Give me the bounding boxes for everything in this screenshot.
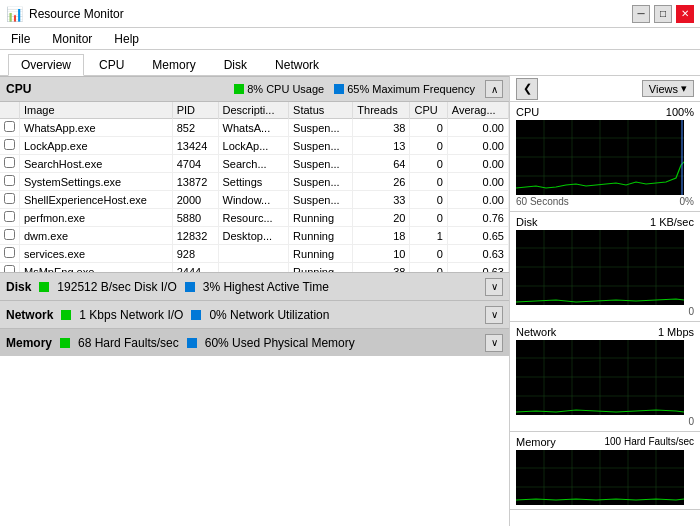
row-checkbox[interactable] [0, 209, 20, 227]
memory-graph-right-label: 100 Hard Faults/sec [605, 436, 695, 448]
tab-network[interactable]: Network [262, 54, 332, 75]
disk-graph-bottom-right: 0 [688, 306, 694, 317]
row-checkbox[interactable] [0, 119, 20, 137]
app-icon: 📊 [6, 6, 23, 22]
row-checkbox[interactable] [0, 155, 20, 173]
row-checkbox[interactable] [0, 191, 20, 209]
row-status: Suspen... [289, 191, 353, 209]
memory-stat2-icon [187, 338, 197, 348]
row-desc: Settings [218, 173, 289, 191]
app-title: Resource Monitor [29, 7, 124, 21]
window-controls: ─ □ ✕ [632, 5, 694, 23]
tab-memory[interactable]: Memory [139, 54, 208, 75]
network-graph-footer: 0 [516, 416, 694, 427]
col-status[interactable]: Status [289, 102, 353, 119]
cpu-table-container[interactable]: Image PID Descripti... Status Threads CP… [0, 102, 509, 272]
tab-cpu[interactable]: CPU [86, 54, 137, 75]
menu-monitor[interactable]: Monitor [49, 31, 95, 47]
row-desc [218, 245, 289, 263]
network-graph-svg [516, 340, 684, 415]
disk-graph-header: Disk 1 KB/sec [516, 216, 694, 228]
cpu-graph-section: CPU 100% [510, 102, 700, 212]
row-checkbox[interactable] [0, 263, 20, 273]
row-cpu: 1 [410, 227, 447, 245]
minimize-button[interactable]: ─ [632, 5, 650, 23]
tab-overview[interactable]: Overview [8, 54, 84, 76]
menu-help[interactable]: Help [111, 31, 142, 47]
disk-collapse-btn[interactable]: ∨ [485, 278, 503, 296]
table-row: WhatsApp.exe 852 WhatsA... Suspen... 38 … [0, 119, 509, 137]
row-checkbox[interactable] [0, 245, 20, 263]
col-avg[interactable]: Averag... [447, 102, 508, 119]
main-area: CPU 8% CPU Usage 65% Maximum Frequency ∧ [0, 76, 700, 526]
row-desc: Window... [218, 191, 289, 209]
row-status: Suspen... [289, 137, 353, 155]
row-threads: 38 [353, 119, 410, 137]
cpu-title: CPU [6, 82, 31, 96]
tabs-bar: Overview CPU Memory Disk Network [0, 50, 700, 76]
row-cpu: 0 [410, 155, 447, 173]
views-label: Views [649, 83, 678, 95]
views-chevron-icon: ▾ [681, 82, 687, 95]
disk-graph-canvas [516, 230, 684, 305]
network-section-header: Network 1 Kbps Network I/O 0% Network Ut… [0, 300, 509, 328]
col-threads[interactable]: Threads [353, 102, 410, 119]
network-graph-right-label: 1 Mbps [658, 326, 694, 338]
nav-prev-button[interactable]: ❮ [516, 78, 538, 100]
cpu-collapse-btn[interactable]: ∧ [485, 80, 503, 98]
memory-graph-section: Memory 100 Hard Faults/sec [510, 432, 700, 510]
row-threads: 18 [353, 227, 410, 245]
table-row: perfmon.exe 5880 Resourc... Running 20 0… [0, 209, 509, 227]
network-title: Network [6, 308, 53, 322]
row-desc [218, 263, 289, 273]
table-row: LockApp.exe 13424 LockAp... Suspen... 13… [0, 137, 509, 155]
disk-stat1-label: 192512 B/sec Disk I/O [57, 280, 176, 294]
close-button[interactable]: ✕ [676, 5, 694, 23]
disk-title: Disk [6, 280, 31, 294]
row-cpu: 0 [410, 209, 447, 227]
table-row: dwm.exe 12832 Desktop... Running 18 1 0.… [0, 227, 509, 245]
col-pid[interactable]: PID [172, 102, 218, 119]
network-graph-canvas [516, 340, 684, 415]
title-bar: 📊 Resource Monitor ─ □ ✕ [0, 0, 700, 28]
tab-disk[interactable]: Disk [211, 54, 260, 75]
row-status: Suspen... [289, 155, 353, 173]
network-collapse-btn[interactable]: ∨ [485, 306, 503, 324]
table-row: SystemSettings.exe 13872 Settings Suspen… [0, 173, 509, 191]
row-image: LockApp.exe [20, 137, 173, 155]
memory-stat1-icon [60, 338, 70, 348]
memory-collapse-btn[interactable]: ∨ [485, 334, 503, 352]
row-checkbox[interactable] [0, 173, 20, 191]
row-status: Running [289, 245, 353, 263]
row-threads: 33 [353, 191, 410, 209]
memory-graph-svg [516, 450, 684, 505]
row-image: MsMpEng.exe [20, 263, 173, 273]
row-avg: 0.00 [447, 155, 508, 173]
disk-graph-footer: 0 [516, 306, 694, 317]
cpu-stats: 8% CPU Usage 65% Maximum Frequency ∧ [234, 80, 503, 98]
row-avg: 0.63 [447, 245, 508, 263]
row-image: SearchHost.exe [20, 155, 173, 173]
row-pid: 12832 [172, 227, 218, 245]
row-checkbox[interactable] [0, 227, 20, 245]
cpu-stat2: 65% Maximum Frequency [334, 83, 475, 95]
cpu-stat1-label: 8% CPU Usage [247, 83, 324, 95]
row-desc: LockAp... [218, 137, 289, 155]
views-button[interactable]: Views ▾ [642, 80, 694, 97]
row-image: SystemSettings.exe [20, 173, 173, 191]
cpu-graph-footer: 60 Seconds 0% [516, 196, 694, 207]
memory-graph-canvas [516, 450, 684, 505]
network-stat1-icon [61, 310, 71, 320]
row-cpu: 0 [410, 173, 447, 191]
row-checkbox[interactable] [0, 137, 20, 155]
row-threads: 26 [353, 173, 410, 191]
col-cpu[interactable]: CPU [410, 102, 447, 119]
row-threads: 10 [353, 245, 410, 263]
row-avg: 0.00 [447, 173, 508, 191]
col-desc[interactable]: Descripti... [218, 102, 289, 119]
menu-file[interactable]: File [8, 31, 33, 47]
network-stat2-label: 0% Network Utilization [209, 308, 329, 322]
table-row: ShellExperienceHost.exe 2000 Window... S… [0, 191, 509, 209]
col-image[interactable]: Image [20, 102, 173, 119]
maximize-button[interactable]: □ [654, 5, 672, 23]
